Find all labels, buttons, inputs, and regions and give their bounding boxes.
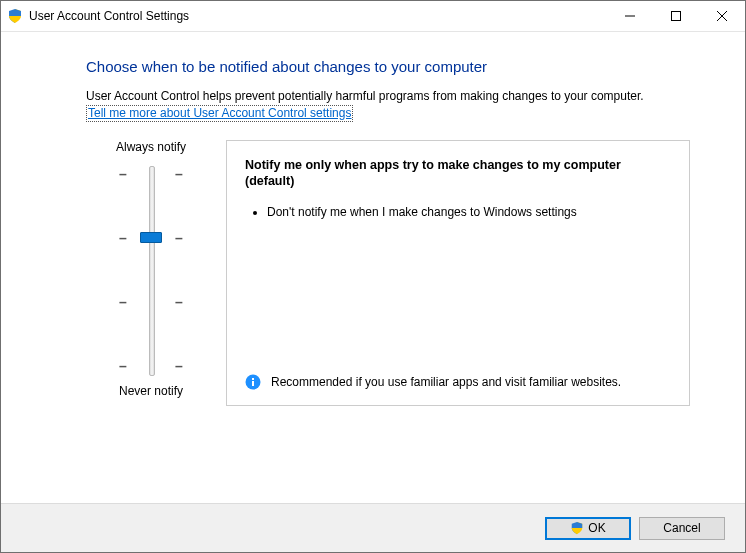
slider-bottom-label: Never notify <box>119 384 183 398</box>
learn-more-link[interactable]: Tell me more about User Account Control … <box>86 105 353 123</box>
panel-bullet: Don't notify me when I make changes to W… <box>267 204 671 221</box>
recommendation-text: Recommended if you use familiar apps and… <box>271 374 621 391</box>
description-text: User Account Control helps prevent poten… <box>86 89 644 103</box>
maximize-button[interactable] <box>653 1 699 31</box>
dialog-footer: OK Cancel <box>1 503 745 552</box>
window-title: User Account Control Settings <box>29 9 189 23</box>
slider-track <box>149 166 155 376</box>
window-controls <box>607 1 745 31</box>
slider-track-area[interactable]: –– –– –– –– <box>116 166 186 376</box>
uac-settings-window: User Account Control Settings Choose whe… <box>0 0 746 553</box>
minimize-button[interactable] <box>607 1 653 31</box>
ok-button-label: OK <box>588 521 605 535</box>
page-description: User Account Control helps prevent poten… <box>86 89 690 122</box>
ok-button[interactable]: OK <box>545 517 631 540</box>
slider-thumb[interactable] <box>140 232 162 243</box>
uac-shield-icon <box>7 8 23 24</box>
svg-rect-5 <box>252 381 254 386</box>
close-button[interactable] <box>699 1 745 31</box>
slider-top-label: Always notify <box>116 140 186 154</box>
uac-shield-icon <box>570 521 584 535</box>
svg-rect-6 <box>252 378 254 380</box>
cancel-button-label: Cancel <box>663 521 700 535</box>
recommendation-row: Recommended if you use familiar apps and… <box>245 374 671 391</box>
content-area: Choose when to be notified about changes… <box>1 32 745 503</box>
page-heading: Choose when to be notified about changes… <box>86 58 690 75</box>
info-icon <box>245 374 261 390</box>
panel-bullet-list: Don't notify me when I make changes to W… <box>245 204 671 227</box>
titlebar: User Account Control Settings <box>1 1 745 32</box>
svg-rect-1 <box>672 12 681 21</box>
notification-slider: Always notify –– –– –– –– Never notify <box>86 140 216 406</box>
notification-detail-panel: Notify me only when apps try to make cha… <box>226 140 690 406</box>
cancel-button[interactable]: Cancel <box>639 517 725 540</box>
panel-title: Notify me only when apps try to make cha… <box>245 157 671 190</box>
